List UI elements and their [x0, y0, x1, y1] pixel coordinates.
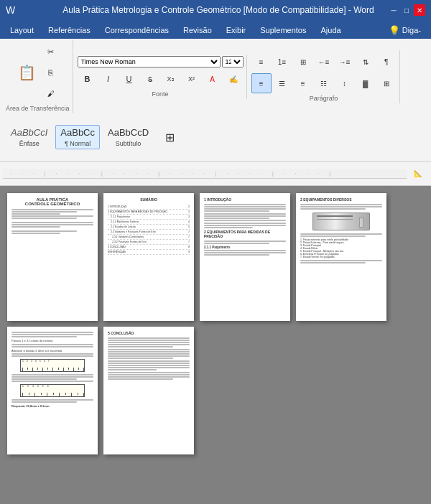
style-normal-label: ¶ Normal: [65, 140, 91, 147]
align-center-button[interactable]: ☰: [272, 73, 292, 93]
style-subtitulo-preview: AaBbCcD: [108, 127, 149, 139]
align-left-button[interactable]: ≡: [251, 73, 272, 93]
bullets-button[interactable]: ≡: [251, 52, 272, 72]
style-normal-preview: AaBbCc: [60, 127, 95, 139]
increase-indent-button[interactable]: →≡: [335, 52, 355, 72]
style-subtitulo-label: Subtítulo: [116, 140, 142, 147]
page3-intro-title: 1 INTRODUÇÃO: [204, 197, 286, 202]
decrease-indent-button[interactable]: ←≡: [314, 52, 334, 72]
tab-exibir[interactable]: Exibir: [219, 22, 254, 39]
clipboard-group: 📋 ✂ ⎘ 🖌 Área de Transferência: [3, 40, 73, 113]
show-marks-button[interactable]: ¶: [376, 52, 397, 72]
font-size-select[interactable]: 12: [222, 56, 244, 67]
font-label: Fonte: [152, 90, 169, 98]
borders-button[interactable]: ⊞: [376, 73, 397, 93]
subscript-button[interactable]: X₂: [161, 69, 181, 89]
highlight-button[interactable]: ✍: [223, 69, 244, 89]
maximize-button[interactable]: □: [401, 4, 412, 16]
multilevel-button[interactable]: ⊞: [293, 52, 313, 72]
paste-button[interactable]: 📋: [14, 60, 40, 85]
clipboard-label: Área de Transferência: [6, 105, 70, 112]
shading-button[interactable]: ▓: [356, 73, 376, 93]
copy-button[interactable]: ⎘: [41, 62, 61, 83]
tab-revisao[interactable]: Revisão: [176, 22, 219, 39]
page-5: Passos 1 e 2: Leitura da mínima Adicione…: [7, 327, 98, 454]
strikethrough-button[interactable]: S̶: [140, 69, 160, 89]
justify-button[interactable]: ☷: [314, 73, 334, 93]
minimize-button[interactable]: ─: [388, 4, 399, 16]
style-normal[interactable]: AaBbCc ¶ Normal: [55, 125, 100, 149]
align-right-button[interactable]: ≡: [293, 73, 313, 93]
tab-referencias[interactable]: Referências: [41, 22, 98, 39]
page4-title: 2 EQUIPAMENTOS DIVERSOS: [300, 197, 382, 202]
page6-conclusion-title: 5 CONCLUSÃO: [108, 331, 190, 335]
clipboard-controls: 📋 ✂ ⎘ 🖌: [14, 42, 61, 103]
page-2: SUMÁRIO 1 INTRODUÇÃO2 2 EQUIPAMENTOS PAR…: [103, 193, 194, 321]
font-family-select[interactable]: Times New Roman: [78, 56, 221, 67]
format-painter-button[interactable]: 🖌: [41, 83, 61, 103]
style-enfase-label: Ênfase: [19, 140, 40, 147]
page2-toc-title: SUMÁRIO: [108, 197, 190, 202]
superscript-button[interactable]: X²: [182, 69, 202, 89]
paragraph-group: ≡ 1≡ ⊞ ←≡ →≡ ⇅ ¶ ≡ ☰ ≡ ☷ ↕ ▓ ⊞ Parágrafo: [249, 50, 400, 103]
style-subtitulo[interactable]: AaBbCcD Subtítulo: [103, 125, 154, 149]
font-color-button[interactable]: A: [203, 69, 223, 89]
document-area: AULA PRÁTICACONTROLE GEOMÉTRICO SUMÁRIO …: [0, 186, 431, 504]
tab-correspondencias[interactable]: Correspondências: [98, 22, 176, 39]
tab-suplementos[interactable]: Suplementos: [253, 22, 313, 39]
tab-layout[interactable]: Layout: [3, 22, 41, 39]
ruler-toggle-button[interactable]: 📐: [408, 164, 428, 184]
ribbon-toolbar2: · · · | · · · · | · · · · | · · · · | · …: [0, 162, 431, 186]
tab-ajuda[interactable]: Ajuda: [314, 22, 348, 39]
numbering-button[interactable]: 1≡: [272, 52, 292, 72]
page-3: 1 INTRODUÇÃO 2 EQUIPAMENTOS PARA MEDIDAS…: [200, 193, 290, 321]
style-enfase[interactable]: AaBbCcI Ênfase: [6, 125, 52, 149]
bold-button[interactable]: B: [78, 69, 98, 89]
style-enfase-preview: AaBbCcI: [11, 127, 47, 139]
underline-button[interactable]: U: [119, 69, 139, 89]
ribbon-tabs: Layout Referências Correspondências Revi…: [0, 20, 431, 39]
italic-button[interactable]: I: [98, 69, 119, 89]
more-styles-button[interactable]: ⊞: [159, 127, 180, 147]
page-1: AULA PRÁTICACONTROLE GEOMÉTRICO: [7, 193, 98, 321]
ribbon-toolbar: 📋 ✂ ⎘ 🖌 Área de Transferência Times New …: [0, 39, 431, 162]
tab-diga[interactable]: 💡 Diga-: [381, 22, 428, 39]
styles-group: AaBbCcI Ênfase AaBbCc ¶ Normal AaBbCcD S…: [3, 115, 428, 159]
page1-sidebar-title: AULA PRÁTICACONTROLE GEOMÉTRICO: [11, 197, 93, 206]
cut-button[interactable]: ✂: [41, 42, 61, 62]
paragraph-label: Parágrafo: [310, 95, 338, 102]
page-4: 2 EQUIPAMENTOS DIVERSOS 1. Peças externa…: [296, 193, 386, 321]
page-6: 5 CONCLUSÃO: [103, 327, 194, 454]
close-button[interactable]: ✕: [414, 4, 425, 16]
font-group: Times New Roman 12 B I U S̶ X₂ X² A ✍ Fo…: [75, 55, 247, 99]
window-title: Aula Prática Metrologia e Controle Geomé…: [49, 5, 388, 15]
sort-button[interactable]: ⇅: [356, 52, 376, 72]
title-bar: W Aula Prática Metrologia e Controle Geo…: [0, 0, 431, 20]
window-controls[interactable]: ─ □ ✕: [388, 4, 425, 16]
line-spacing-button[interactable]: ↕: [335, 73, 355, 93]
